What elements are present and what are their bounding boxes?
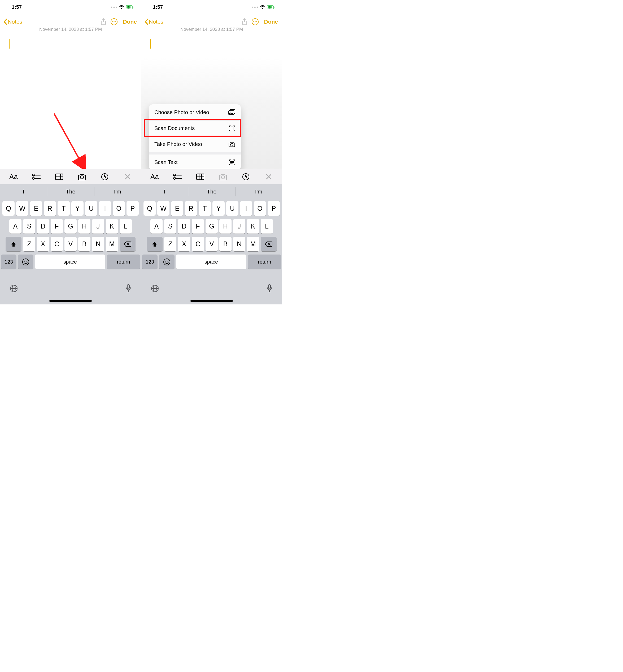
key-m[interactable]: M bbox=[106, 237, 118, 251]
menu-take-photo-video[interactable]: Take Photo or Video bbox=[149, 136, 241, 152]
more-icon[interactable] bbox=[251, 18, 259, 26]
key-e[interactable]: E bbox=[171, 201, 183, 216]
key-s[interactable]: S bbox=[164, 219, 176, 233]
key-u[interactable]: U bbox=[85, 201, 97, 216]
camera-button[interactable] bbox=[217, 170, 230, 183]
key-l[interactable]: L bbox=[120, 219, 132, 233]
emoji-key[interactable] bbox=[18, 254, 33, 269]
key-g[interactable]: G bbox=[206, 219, 218, 233]
suggestion-0[interactable]: I bbox=[0, 184, 47, 199]
key-b[interactable]: B bbox=[78, 237, 90, 251]
space-key[interactable]: space bbox=[35, 254, 105, 269]
return-key[interactable]: return bbox=[248, 254, 281, 269]
more-icon[interactable] bbox=[110, 18, 118, 26]
key-t[interactable]: T bbox=[58, 201, 70, 216]
key-b[interactable]: B bbox=[219, 237, 232, 251]
key-h[interactable]: H bbox=[219, 219, 232, 233]
key-d[interactable]: D bbox=[178, 219, 190, 233]
key-y[interactable]: Y bbox=[212, 201, 225, 216]
key-h[interactable]: H bbox=[78, 219, 90, 233]
key-j[interactable]: J bbox=[233, 219, 245, 233]
key-w[interactable]: W bbox=[157, 201, 170, 216]
backspace-key[interactable] bbox=[261, 237, 277, 251]
key-m[interactable]: M bbox=[247, 237, 259, 251]
key-f[interactable]: F bbox=[51, 219, 63, 233]
suggestion-1[interactable]: The bbox=[47, 184, 94, 199]
numbers-key[interactable]: 123 bbox=[142, 254, 157, 269]
key-y[interactable]: Y bbox=[71, 201, 84, 216]
key-q[interactable]: Q bbox=[2, 201, 14, 216]
microphone-icon[interactable] bbox=[125, 284, 131, 293]
key-p[interactable]: P bbox=[126, 201, 139, 216]
menu-scan-text[interactable]: Scan Text bbox=[149, 154, 241, 170]
key-q[interactable]: Q bbox=[144, 201, 156, 216]
key-w[interactable]: W bbox=[16, 201, 28, 216]
shift-key[interactable] bbox=[6, 237, 22, 251]
text-format-button[interactable]: Aa bbox=[7, 170, 20, 183]
close-button[interactable] bbox=[262, 170, 275, 183]
svg-rect-2 bbox=[132, 7, 134, 8]
key-i[interactable]: I bbox=[240, 201, 252, 216]
suggestion-2[interactable]: I'm bbox=[94, 184, 141, 199]
key-n[interactable]: N bbox=[233, 237, 245, 251]
key-j[interactable]: J bbox=[92, 219, 104, 233]
key-v[interactable]: V bbox=[206, 237, 218, 251]
microphone-icon[interactable] bbox=[266, 284, 273, 293]
key-z[interactable]: Z bbox=[164, 237, 176, 251]
menu-scan-documents[interactable]: Scan Documents bbox=[149, 120, 241, 136]
table-button[interactable] bbox=[53, 170, 65, 183]
markup-button[interactable] bbox=[98, 170, 111, 183]
suggestion-2[interactable]: I'm bbox=[235, 184, 282, 199]
done-button[interactable]: Done bbox=[264, 19, 278, 25]
key-p[interactable]: P bbox=[268, 201, 280, 216]
svg-point-7 bbox=[115, 21, 116, 22]
return-key[interactable]: return bbox=[107, 254, 140, 269]
share-icon[interactable] bbox=[241, 18, 248, 26]
key-o[interactable]: O bbox=[113, 201, 125, 216]
text-format-button[interactable]: Aa bbox=[148, 170, 161, 183]
key-d[interactable]: D bbox=[37, 219, 49, 233]
key-x[interactable]: X bbox=[178, 237, 190, 251]
key-k[interactable]: K bbox=[247, 219, 259, 233]
key-s[interactable]: S bbox=[23, 219, 35, 233]
key-l[interactable]: L bbox=[261, 219, 273, 233]
table-button[interactable] bbox=[194, 170, 207, 183]
key-n[interactable]: N bbox=[92, 237, 104, 251]
key-z[interactable]: Z bbox=[23, 237, 35, 251]
key-a[interactable]: A bbox=[150, 219, 162, 233]
close-button[interactable] bbox=[121, 170, 134, 183]
checklist-button[interactable] bbox=[30, 170, 43, 183]
key-u[interactable]: U bbox=[226, 201, 238, 216]
key-c[interactable]: C bbox=[51, 237, 63, 251]
key-r[interactable]: R bbox=[185, 201, 197, 216]
key-i[interactable]: I bbox=[99, 201, 111, 216]
done-button[interactable]: Done bbox=[123, 19, 137, 25]
menu-choose-photo-video[interactable]: Choose Photo or Video bbox=[149, 104, 241, 120]
camera-button[interactable] bbox=[76, 170, 88, 183]
backspace-key[interactable] bbox=[120, 237, 136, 251]
key-v[interactable]: V bbox=[64, 237, 77, 251]
globe-icon[interactable] bbox=[9, 284, 18, 293]
key-r[interactable]: R bbox=[44, 201, 56, 216]
suggestion-0[interactable]: I bbox=[141, 184, 188, 199]
key-c[interactable]: C bbox=[192, 237, 204, 251]
share-icon[interactable] bbox=[100, 18, 107, 26]
shift-key[interactable] bbox=[147, 237, 162, 251]
key-t[interactable]: T bbox=[199, 201, 211, 216]
back-button[interactable]: Notes bbox=[144, 19, 164, 25]
key-e[interactable]: E bbox=[30, 201, 42, 216]
markup-button[interactable] bbox=[239, 170, 252, 183]
key-k[interactable]: K bbox=[106, 219, 118, 233]
key-a[interactable]: A bbox=[9, 219, 22, 233]
globe-icon[interactable] bbox=[151, 284, 159, 293]
space-key[interactable]: space bbox=[176, 254, 246, 269]
key-o[interactable]: O bbox=[254, 201, 266, 216]
key-x[interactable]: X bbox=[37, 237, 49, 251]
checklist-button[interactable] bbox=[171, 170, 184, 183]
back-button[interactable]: Notes bbox=[3, 19, 22, 25]
emoji-key[interactable] bbox=[159, 254, 175, 269]
key-f[interactable]: F bbox=[192, 219, 204, 233]
suggestion-1[interactable]: The bbox=[188, 184, 235, 199]
key-g[interactable]: G bbox=[64, 219, 77, 233]
numbers-key[interactable]: 123 bbox=[1, 254, 17, 269]
